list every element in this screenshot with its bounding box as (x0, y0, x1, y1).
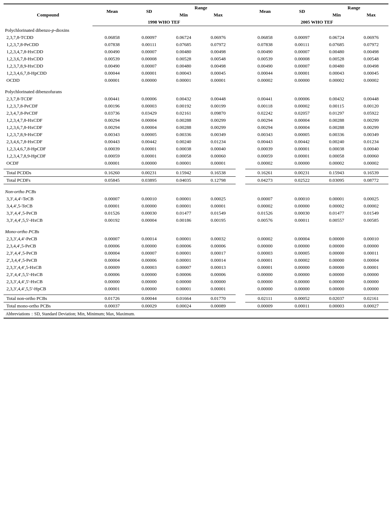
spacer-cell (236, 257, 246, 264)
data-cell: 0.00007 (245, 195, 285, 202)
data-cell: 0.00004 (92, 250, 132, 257)
data-cell: 0.00343 (245, 131, 285, 138)
data-cell: 0.00299 (201, 124, 236, 131)
compound-cell: 3,3′,4,4′-TeCB (4, 195, 92, 202)
data-cell: 0.00000 (319, 278, 354, 285)
data-cell: 0.00001 (166, 285, 201, 292)
compound-cell: 1,2,3,4,7,8-HxCDF (4, 117, 92, 124)
data-cell: 0.00059 (92, 152, 132, 160)
total-cell: 0.02522 (285, 176, 320, 184)
spacer-cell (236, 217, 246, 224)
total-row: Total mono-ortho PCBs0.000370.000290.000… (4, 302, 388, 310)
sd1-header: SD (132, 4, 166, 19)
total-row: Total non-ortho PCBs0.017260.000440.0166… (4, 295, 388, 302)
data-cell: 0.00115 (319, 102, 354, 110)
spacer-cell (236, 271, 246, 278)
data-cell: 0.00044 (245, 70, 285, 77)
data-cell: 0.00002 (285, 102, 320, 110)
data-cell: 0.00120 (354, 102, 388, 110)
spacer-cell (236, 138, 246, 145)
data-cell: 0.00032 (201, 235, 236, 242)
table-row: 1,2,3,6,7,8-HxCDF0.002940.000040.002880.… (4, 124, 388, 131)
data-cell: 0.00000 (354, 271, 388, 278)
data-cell: 0.00097 (285, 34, 320, 41)
data-cell: 0.00480 (319, 62, 354, 70)
data-cell: 0.00014 (132, 235, 166, 242)
group-label-row: Polychlorinated dibenzo-p-dioxins (4, 26, 388, 34)
data-cell: 0.06976 (201, 34, 236, 41)
data-cell: 0.00288 (166, 124, 201, 131)
data-cell: 0.02242 (245, 110, 285, 117)
data-cell: 0.00004 (285, 235, 320, 242)
data-cell: 0.00002 (319, 77, 354, 84)
data-cell: 0.00000 (319, 285, 354, 292)
spacer-cell (236, 302, 246, 310)
table-row: 3,3′,4,4′,5-PeCB0.015260.000300.014770.0… (4, 210, 388, 217)
max2-header: Max (354, 11, 388, 19)
compound-cell: 2,3,7,8-TCDD (4, 34, 92, 41)
total-cell: 0.00027 (354, 302, 388, 310)
data-cell: 0.00097 (132, 34, 166, 41)
data-cell: 0.00000 (132, 160, 166, 167)
data-cell: 0.00432 (166, 95, 201, 102)
compound-cell: 1,2,3,7,8,9-HxCDD (4, 62, 92, 70)
data-cell: 0.06858 (245, 34, 285, 41)
data-cell: 0.00001 (92, 160, 132, 167)
data-cell: 0.00007 (132, 250, 166, 257)
table-row: OCDF0.000010.000000.000010.000010.000020… (4, 160, 388, 167)
data-cell: 0.00480 (166, 48, 201, 55)
data-cell: 0.00025 (201, 195, 236, 202)
data-cell: 0.00186 (166, 217, 201, 224)
data-cell: 0.00111 (285, 41, 320, 48)
compound-cell: 3,3′,4,4′,5-PeCB (4, 210, 92, 217)
table-row: 2,3′,4,4′,5-PeCB0.000040.000070.000010.0… (4, 250, 388, 257)
data-cell: 0.00539 (245, 55, 285, 62)
data-cell: 0.00008 (132, 55, 166, 62)
data-cell: 0.00441 (92, 95, 132, 102)
data-cell: 0.00017 (201, 250, 236, 257)
data-cell: 0.00299 (354, 117, 388, 124)
data-cell: 0.00005 (132, 131, 166, 138)
data-cell: 0.03736 (92, 110, 132, 117)
data-cell: 0.00000 (132, 77, 166, 84)
compound-cell: 2,3′,4,4′,5-PeCB (4, 250, 92, 257)
data-cell: 0.00000 (92, 278, 132, 285)
data-cell: 0.00443 (92, 138, 132, 145)
compound-cell: 2,3,3′,4,4′,5,5′-HpCB (4, 285, 92, 292)
data-cell: 0.00001 (132, 145, 166, 152)
data-cell: 0.00432 (319, 95, 354, 102)
table-row: 2,3,4,7,8-PeCDF0.037360.034290.021610.09… (4, 110, 388, 117)
data-cell: 0.00480 (319, 48, 354, 55)
table-row: 1,2,3,7,8-PeCDF0.001960.000030.001920.00… (4, 102, 388, 110)
main-table: Compound Mean SD Range Mean SD Range Min… (4, 4, 388, 318)
spacer-cell (236, 160, 246, 167)
data-cell: 0.00008 (285, 55, 320, 62)
data-cell: 0.00000 (285, 264, 320, 271)
data-cell: 0.00000 (132, 271, 166, 278)
total-cell: 0.00231 (132, 169, 166, 176)
data-cell: 0.00349 (354, 131, 388, 138)
data-cell: 0.00490 (245, 62, 285, 70)
data-cell: 0.00005 (285, 131, 320, 138)
total-cell: 0.00009 (245, 302, 285, 310)
data-cell: 0.00043 (166, 70, 201, 77)
data-cell: 0.00060 (354, 152, 388, 160)
data-cell: 0.00343 (92, 131, 132, 138)
data-cell: 0.06724 (166, 34, 201, 41)
data-cell: 0.00448 (354, 95, 388, 102)
data-cell: 0.00240 (166, 138, 201, 145)
data-cell: 0.00443 (245, 138, 285, 145)
data-cell: 0.00192 (166, 102, 201, 110)
data-cell: 0.00490 (92, 48, 132, 55)
data-cell: 0.00001 (245, 264, 285, 271)
total-cell: 0.16260 (92, 169, 132, 176)
data-cell: 0.00001 (166, 77, 201, 84)
group-label: Mono-ortho PCBs (4, 226, 388, 235)
table-row: 1,2,3,4,7,8,9-HpCDF0.000590.000010.00058… (4, 152, 388, 160)
table-row: 1,2,3,4,6,7,8-HpCDD0.000440.000010.00043… (4, 70, 388, 77)
total-label: Total PCDDs (4, 169, 92, 176)
data-cell: 0.03429 (132, 110, 166, 117)
data-cell: 0.00548 (354, 55, 388, 62)
total-cell: 0.00024 (166, 302, 201, 310)
data-cell: 0.00195 (201, 217, 236, 224)
